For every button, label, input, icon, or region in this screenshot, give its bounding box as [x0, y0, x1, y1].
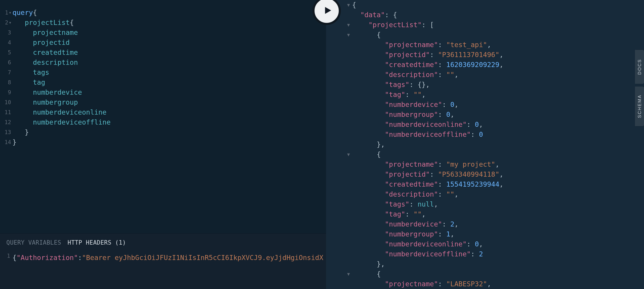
line-number: 10 [4, 98, 11, 107]
query-gutter: 1▼2▼34567891011121314 [0, 0, 12, 234]
play-icon [321, 5, 333, 16]
query-pane: 1▼2▼34567891011121314 query{ projectList… [0, 0, 326, 289]
line-number: 9 [8, 88, 11, 98]
fold-icon[interactable]: ▼ [347, 271, 350, 277]
line-number: 1▼ [5, 8, 11, 18]
result-code[interactable]: { "data": { "projectList": [ { "projectn… [352, 0, 504, 289]
tab-query-variables[interactable]: QUERY VARIABLES [6, 239, 61, 246]
side-tabs: DOCS SCHEMA [635, 50, 644, 126]
headers-gutter: 1 [0, 250, 12, 289]
headers-editor[interactable]: 1 {"Authorization":"Bearer eyJhbGciOiJFU… [0, 250, 326, 289]
schema-tab[interactable]: SCHEMA [635, 86, 644, 126]
line-number: 2▼ [5, 18, 11, 28]
line-number: 12 [4, 117, 11, 127]
line-number: 13 [4, 127, 11, 137]
fold-icon[interactable]: ▼ [347, 22, 350, 28]
query-editor[interactable]: 1▼2▼34567891011121314 query{ projectList… [0, 0, 326, 234]
headers-line-number: 1 [7, 253, 10, 259]
result-pane: ▼▼▼▼▼ { "data": { "projectList": [ { "pr… [326, 0, 644, 289]
line-number: 8 [8, 78, 11, 88]
query-code[interactable]: query{ projectList{ projectname projecti… [12, 0, 110, 234]
result-gutter: ▼▼▼▼▼ [326, 0, 352, 289]
line-number: 7 [8, 68, 11, 78]
line-number: 14 [4, 137, 11, 147]
variables-panel: QUERY VARIABLES HTTP HEADERS (1) 1 {"Aut… [0, 234, 326, 289]
line-number: 4 [8, 38, 11, 48]
fold-icon[interactable]: ▼ [9, 18, 11, 28]
line-number: 3 [8, 28, 11, 38]
line-number: 11 [4, 107, 11, 117]
headers-code[interactable]: {"Authorization":"Bearer eyJhbGciOiJFUzI… [12, 250, 323, 289]
fold-icon[interactable]: ▼ [347, 2, 350, 8]
fold-icon[interactable]: ▼ [347, 32, 350, 38]
line-number: 5 [8, 48, 11, 58]
tab-http-headers[interactable]: HTTP HEADERS (1) [68, 239, 126, 246]
line-number: 6 [8, 58, 11, 68]
fold-icon[interactable]: ▼ [9, 8, 11, 18]
docs-tab[interactable]: DOCS [635, 50, 644, 84]
fold-icon[interactable]: ▼ [347, 152, 350, 157]
variables-tabs: QUERY VARIABLES HTTP HEADERS (1) [0, 234, 326, 250]
